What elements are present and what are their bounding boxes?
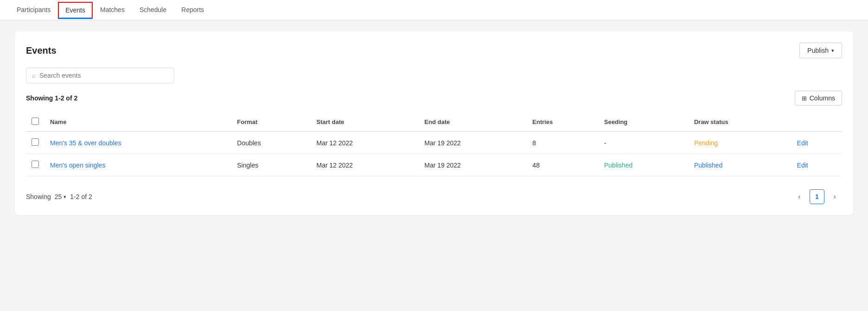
per-page-value: 25 <box>55 193 62 200</box>
pagination-range: 1-2 of 2 <box>70 193 92 200</box>
row1-edit-link[interactable]: Edit <box>797 139 808 147</box>
header-start-date: Start date <box>311 113 419 131</box>
top-navigation: Participants Events Matches Schedule Rep… <box>0 0 868 20</box>
events-table: Name Format Start date End date Entries … <box>26 113 842 176</box>
per-page-chevron-icon: ▾ <box>63 194 66 200</box>
row2-name[interactable]: Men's open singles <box>44 154 232 176</box>
row2-checkbox[interactable] <box>32 161 39 168</box>
prev-arrow-icon: ‹ <box>798 193 800 201</box>
header-checkbox-col <box>26 113 44 131</box>
row1-checkbox-cell <box>26 131 44 154</box>
publish-label: Publish <box>807 47 829 54</box>
search-input[interactable] <box>39 72 168 79</box>
publish-button[interactable]: Publish ▾ <box>799 43 842 58</box>
header-seeding: Seeding <box>598 113 688 131</box>
row2-draw-status-badge: Published <box>694 162 723 169</box>
columns-grid-icon: ⊞ <box>802 95 807 102</box>
row1-draw-status-badge: Pending <box>694 139 718 147</box>
main-content: Events Publish ▾ ⌕ Showing 1-2 of 2 ⊞ Co… <box>0 20 868 311</box>
table-meta: Showing 1-2 of 2 ⊞ Columns <box>26 91 842 106</box>
pagination-bar: Showing 25 ▾ 1-2 of 2 ‹ 1 › <box>26 184 842 204</box>
pagination-left: Showing 25 ▾ 1-2 of 2 <box>26 193 92 200</box>
search-container: ⌕ <box>26 68 842 83</box>
row1-edit[interactable]: Edit <box>792 131 842 154</box>
nav-events[interactable]: Events <box>58 2 93 19</box>
events-card: Events Publish ▾ ⌕ Showing 1-2 of 2 ⊞ Co… <box>15 31 853 215</box>
table-row: Men's 35 & over doubles Doubles Mar 12 2… <box>26 131 842 154</box>
row2-draw-status: Published <box>689 154 792 176</box>
chevron-down-icon: ▾ <box>831 48 834 54</box>
next-page-button[interactable]: › <box>827 189 842 204</box>
card-header: Events Publish ▾ <box>26 43 842 58</box>
row2-seeding: Published <box>598 154 688 176</box>
row2-end-date: Mar 19 2022 <box>419 154 527 176</box>
row1-end-date: Mar 19 2022 <box>419 131 527 154</box>
table-row: Men's open singles Singles Mar 12 2022 M… <box>26 154 842 176</box>
page-title: Events <box>26 45 57 56</box>
search-box: ⌕ <box>26 68 174 83</box>
nav-participants[interactable]: Participants <box>9 0 58 20</box>
header-name: Name <box>44 113 232 131</box>
header-actions <box>792 113 842 131</box>
header-entries: Entries <box>527 113 599 131</box>
row2-checkbox-cell <box>26 154 44 176</box>
row2-start-date: Mar 12 2022 <box>311 154 419 176</box>
row1-draw-status: Pending <box>689 131 792 154</box>
nav-matches[interactable]: Matches <box>93 0 132 20</box>
row1-start-date: Mar 12 2022 <box>311 131 419 154</box>
row1-format: Doubles <box>232 131 311 154</box>
showing-text: Showing <box>26 193 51 200</box>
row1-name[interactable]: Men's 35 & over doubles <box>44 131 232 154</box>
columns-button[interactable]: ⊞ Columns <box>795 91 842 106</box>
row2-edit[interactable]: Edit <box>792 154 842 176</box>
per-page-select[interactable]: 25 ▾ <box>55 193 67 200</box>
row2-entries: 48 <box>527 154 599 176</box>
header-end-date: End date <box>419 113 527 131</box>
nav-schedule[interactable]: Schedule <box>132 0 174 20</box>
row2-edit-link[interactable]: Edit <box>797 162 808 169</box>
row1-entries: 8 <box>527 131 599 154</box>
page-1-button[interactable]: 1 <box>810 189 824 204</box>
header-format: Format <box>232 113 311 131</box>
row1-seeding: - <box>598 131 688 154</box>
next-arrow-icon: › <box>833 193 836 201</box>
search-icon: ⌕ <box>32 72 36 79</box>
columns-label: Columns <box>810 94 835 102</box>
nav-reports[interactable]: Reports <box>174 0 211 20</box>
row2-format: Singles <box>232 154 311 176</box>
pagination-right: ‹ 1 › <box>792 189 842 204</box>
row2-seeding-badge: Published <box>604 162 633 169</box>
header-draw-status: Draw status <box>689 113 792 131</box>
prev-page-button[interactable]: ‹ <box>792 189 807 204</box>
showing-label: Showing 1-2 of 2 <box>26 94 77 102</box>
row1-checkbox[interactable] <box>32 138 39 146</box>
select-all-checkbox[interactable] <box>32 118 39 125</box>
